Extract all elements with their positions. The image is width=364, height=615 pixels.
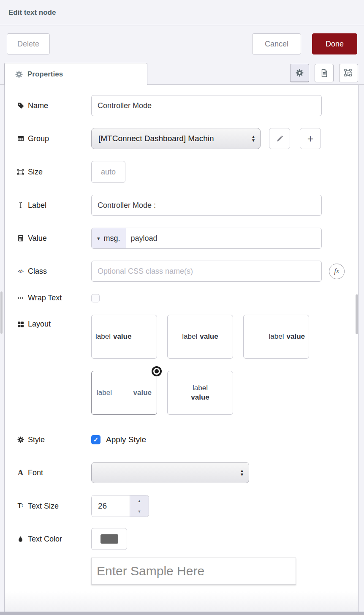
table-icon bbox=[17, 135, 24, 142]
vertical-scrollbar[interactable] bbox=[356, 294, 358, 334]
size-auto-button[interactable]: auto bbox=[91, 161, 125, 183]
edit-group-button[interactable] bbox=[269, 128, 290, 149]
value-input[interactable] bbox=[126, 228, 321, 248]
apply-style-checkbox[interactable]: ✓ bbox=[91, 435, 101, 444]
group-select-value: [MTConnect Dashboard] Machin bbox=[98, 134, 252, 143]
name-input[interactable] bbox=[91, 95, 322, 116]
gear-icon bbox=[15, 71, 23, 78]
tab-toolbar bbox=[290, 64, 364, 82]
value-row: Value ▾ msg. bbox=[17, 228, 358, 249]
done-button[interactable]: Done bbox=[312, 33, 357, 54]
object-group-icon bbox=[17, 169, 24, 176]
text-size-row: T↕ Text Size ▲ ▼ bbox=[17, 495, 358, 517]
text-color-swatch bbox=[101, 534, 118, 544]
spinner-up-button[interactable]: ▲ bbox=[130, 495, 149, 506]
ellipsis-icon bbox=[17, 295, 24, 301]
dialog-bottom-edge bbox=[0, 612, 364, 615]
font-label: A Font bbox=[17, 468, 91, 477]
class-label: </> Class bbox=[17, 267, 91, 276]
caret-down-icon: ▾ bbox=[97, 235, 100, 242]
properties-pane-button[interactable] bbox=[290, 64, 309, 82]
layout-option-label-value-left[interactable]: label value bbox=[91, 315, 157, 359]
apply-style-caption: Apply Style bbox=[106, 435, 146, 444]
th-large-icon bbox=[17, 321, 24, 328]
plus-icon: + bbox=[307, 133, 314, 144]
form-bottom-fade bbox=[5, 591, 358, 612]
add-group-button[interactable]: + bbox=[300, 128, 321, 149]
gear-icon bbox=[296, 69, 304, 77]
value-typed-input: ▾ msg. bbox=[91, 228, 322, 249]
sample-text-input[interactable] bbox=[91, 558, 296, 585]
code-icon: </> bbox=[17, 269, 24, 274]
doc-icon bbox=[320, 69, 329, 77]
value-type-label: msg. bbox=[104, 234, 120, 243]
layout-option-label-value-right[interactable]: label value bbox=[243, 315, 309, 359]
class-input[interactable] bbox=[91, 261, 322, 282]
pencil-icon bbox=[276, 135, 283, 142]
text-size-spinner: ▲ ▼ bbox=[91, 495, 149, 517]
select-arrows-icon: ▴▾ bbox=[241, 469, 243, 476]
tab-properties-label: Properties bbox=[27, 70, 63, 79]
dialog-title: Edit text node bbox=[8, 8, 56, 17]
group-label: Group bbox=[17, 134, 91, 143]
style-label: Style bbox=[17, 435, 91, 444]
layout-option-label-value-center[interactable]: label value bbox=[167, 315, 233, 359]
check-icon: ✓ bbox=[93, 436, 99, 444]
text-size-input[interactable] bbox=[92, 495, 130, 517]
text-color-label: Text Color bbox=[17, 535, 91, 544]
spinner-arrows: ▲ ▼ bbox=[130, 495, 149, 517]
label-label: Label bbox=[17, 201, 91, 210]
layout-option-label-over-value[interactable]: label value bbox=[167, 371, 233, 415]
description-pane-button[interactable] bbox=[315, 64, 334, 82]
layout-label: Layout bbox=[17, 315, 91, 329]
calculator-icon bbox=[17, 235, 24, 242]
group-row: Group [MTConnect Dashboard] Machin ▴▾ + bbox=[17, 128, 358, 149]
text-color-button[interactable] bbox=[91, 528, 127, 550]
wrap-text-row: Wrap Text bbox=[17, 294, 358, 302]
tab-properties[interactable]: Properties bbox=[4, 63, 147, 85]
size-row: Size auto bbox=[17, 161, 358, 183]
name-label: Name bbox=[17, 101, 91, 110]
text-height-icon: T↕ bbox=[17, 502, 24, 510]
sample-row bbox=[91, 558, 358, 585]
class-row: </> Class fx bbox=[17, 261, 358, 282]
action-button-bar: Delete Cancel Done bbox=[0, 25, 364, 63]
properties-form: Name Group [MTConnect Dashboard] Machin … bbox=[4, 85, 359, 612]
wrap-text-checkbox[interactable] bbox=[91, 294, 100, 302]
label-input[interactable] bbox=[91, 195, 322, 216]
select-arrows-icon: ▴▾ bbox=[252, 135, 255, 142]
delete-button[interactable]: Delete bbox=[7, 33, 50, 54]
left-scrollbar[interactable] bbox=[0, 291, 3, 334]
cancel-button[interactable]: Cancel bbox=[252, 33, 301, 54]
value-type-selector[interactable]: ▾ msg. bbox=[92, 228, 126, 248]
layout-options: label value label value label value labe… bbox=[91, 315, 312, 415]
name-row: Name bbox=[17, 95, 358, 116]
selected-radio-icon bbox=[152, 366, 162, 376]
appearance-pane-button[interactable] bbox=[339, 64, 358, 82]
tab-bar: Properties bbox=[0, 63, 364, 85]
layout-option-label-value-spread[interactable]: label value bbox=[91, 371, 157, 415]
gear-icon bbox=[17, 436, 24, 443]
style-row: Style ✓ Apply Style bbox=[17, 435, 358, 444]
text-size-label: T↕ Text Size bbox=[17, 502, 91, 511]
wrap-text-label: Wrap Text bbox=[17, 294, 91, 302]
appearance-icon bbox=[344, 69, 353, 78]
size-label: Size bbox=[17, 168, 91, 177]
label-row: Label bbox=[17, 195, 358, 216]
tint-icon bbox=[17, 536, 24, 542]
value-label: Value bbox=[17, 234, 91, 243]
font-icon: A bbox=[17, 468, 24, 477]
i-cursor-icon bbox=[17, 202, 24, 209]
text-color-row: Text Color bbox=[17, 528, 358, 550]
tag-icon bbox=[17, 102, 24, 109]
spinner-down-button[interactable]: ▼ bbox=[130, 506, 149, 517]
fx-badge: fx bbox=[329, 264, 345, 279]
font-row: A Font ▴▾ bbox=[17, 462, 358, 483]
dialog-header: Edit text node bbox=[0, 0, 364, 25]
layout-row: Layout label value label value label val… bbox=[17, 315, 358, 415]
font-select[interactable]: ▴▾ bbox=[91, 462, 249, 483]
group-select[interactable]: [MTConnect Dashboard] Machin ▴▾ bbox=[91, 128, 261, 149]
